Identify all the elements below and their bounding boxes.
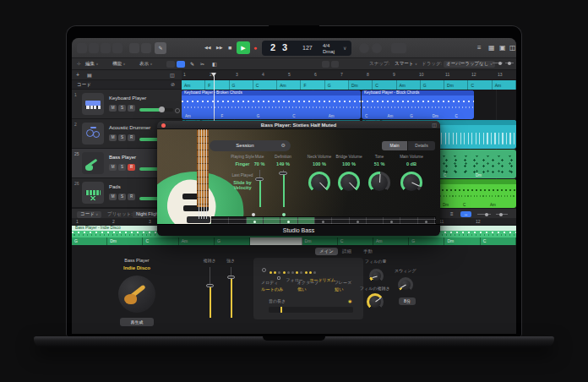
solo-icon[interactable] <box>359 43 369 53</box>
menu-functions[interactable]: 機能 ∨ <box>112 62 125 67</box>
zoom-slider-v[interactable] <box>505 63 514 63</box>
drag-menu[interactable]: オーバーラップなし ∨ <box>444 61 495 68</box>
smart-controls-icon[interactable] <box>129 43 139 53</box>
record-enable-button[interactable]: R <box>128 194 135 200</box>
region-broken-chords[interactable]: Keyboard Player - Broken Chords AmFGCAm <box>182 90 361 119</box>
pointer-tool-icon[interactable] <box>322 61 329 68</box>
fill-complexity-knob[interactable] <box>367 293 384 310</box>
preset-selector[interactable]: Session ⚙ <box>210 140 291 151</box>
chord-track-header[interactable]: コード ⊘ <box>72 80 182 90</box>
definition-handle[interactable] <box>279 172 287 175</box>
solo-button[interactable]: S <box>118 134 126 141</box>
bridge-volume-knob[interactable] <box>338 172 360 194</box>
play-button[interactable]: ▶ <box>237 41 250 54</box>
zoom-slider-h[interactable] <box>493 63 503 63</box>
regenerate-button[interactable]: 再生成 <box>120 318 154 326</box>
fill-amount-knob[interactable] <box>369 269 384 283</box>
bass-player-track-icon <box>82 152 104 174</box>
mute-button[interactable]: M <box>109 194 117 200</box>
browser-icon[interactable]: ▣ <box>499 45 506 52</box>
tone-knob[interactable] <box>368 172 390 194</box>
fretboard-display[interactable] <box>211 216 436 224</box>
bass-player-plugin-window[interactable]: Bass Player: Sixties Half Muted ◫ Sessio… <box>157 121 440 236</box>
forward-button[interactable]: ▶▶ <box>216 46 223 50</box>
pan-knob[interactable] <box>175 108 180 113</box>
editor-chord-lane[interactable]: G Dm C Am G Dm C Am G Dm C <box>72 237 516 245</box>
track-filter-icon[interactable]: ▤ <box>87 73 92 78</box>
lcd-chevron-icon[interactable]: ∨ <box>343 46 346 51</box>
player-style[interactable]: Indie Disco <box>123 265 150 270</box>
master-level-icon[interactable] <box>391 43 406 53</box>
toolbar-toggle-icon[interactable] <box>112 43 122 53</box>
link-mode-icon[interactable]: ↔ <box>460 211 471 217</box>
view-main-button[interactable]: Main <box>382 141 407 150</box>
swing-knob[interactable] <box>398 277 413 292</box>
rewind-button[interactable]: ◀◀ <box>204 46 211 50</box>
scissors-tool-icon[interactable]: ✂ <box>200 62 204 67</box>
plugin-titlebar[interactable]: Bass Player: Sixties Half Muted ◫ <box>157 121 440 129</box>
pads-track-icon <box>82 182 104 204</box>
marquee-tool-icon[interactable]: ◧ <box>212 62 217 67</box>
mute-handle[interactable] <box>255 177 264 181</box>
apple-loops-icon[interactable]: ▦ <box>488 45 495 52</box>
list-editors-icon[interactable]: ≡ <box>477 45 482 52</box>
track-row-keyboard-player[interactable]: 1 Keyboard Player M S R <box>72 90 182 119</box>
intensity-handle[interactable] <box>227 276 235 279</box>
grid-view-icon[interactable] <box>177 61 185 68</box>
region-block-chords[interactable]: Keyboard Player - Block Chords CAmGDmC <box>362 90 474 119</box>
record-enable-button[interactable]: R <box>128 164 135 171</box>
view-details-button[interactable]: Details <box>408 141 435 150</box>
catch-playhead-icon[interactable]: ≡ <box>450 211 454 216</box>
menu-view[interactable]: 表示 ∨ <box>139 62 152 67</box>
menu-edit[interactable]: 編集 ∨ <box>85 62 98 67</box>
region-chords: CAmGDmC <box>362 114 474 119</box>
solo-button[interactable]: S <box>118 194 126 200</box>
mute-button[interactable]: M <box>109 134 117 141</box>
neck-volume-knob[interactable] <box>308 172 330 194</box>
library-icon[interactable] <box>77 43 87 53</box>
bar-ruler[interactable]: 1 2 3 4 5 6 7 8 9 10 11 12 13 <box>182 70 516 80</box>
melody-label: メロディ <box>261 281 278 285</box>
add-track-button[interactable]: + <box>76 72 79 78</box>
tab-main[interactable]: メイン <box>315 248 338 255</box>
main-volume-knob[interactable] <box>400 172 422 194</box>
complexity-handle[interactable] <box>206 284 214 287</box>
tuner-icon[interactable] <box>372 43 382 53</box>
record-enable-button[interactable]: R <box>128 134 135 141</box>
link-icon[interactable]: ◫ <box>432 123 437 128</box>
tab-manual[interactable]: 手動 <box>363 249 373 254</box>
mute-button[interactable]: M <box>109 164 117 171</box>
pencil-tool-icon[interactable]: ✎ <box>190 62 194 67</box>
editors-pencil-icon[interactable]: ✎ <box>155 42 166 54</box>
laptop-base-notch <box>263 336 325 341</box>
mute-button[interactable]: M <box>109 105 117 112</box>
note-length-slider[interactable] <box>269 307 353 313</box>
solo-button[interactable]: S <box>118 164 126 171</box>
swing-unit-button[interactable]: 8分 <box>399 297 416 305</box>
record-enable-button[interactable]: R <box>128 105 135 112</box>
header-options-icon[interactable]: ◫ <box>170 73 175 78</box>
snap-label: スナップ: <box>369 62 389 67</box>
lcd-display[interactable]: 2 3 127 4/4 Dmaj ∨ <box>262 41 351 56</box>
tab-details[interactable]: 詳細 <box>342 249 351 254</box>
record-button[interactable]: ● <box>253 45 257 51</box>
octave-menu[interactable]: 低い <box>297 287 307 292</box>
chord-track[interactable]: Am F G C Am F G Dm C Am G Dm C Am <box>182 80 516 90</box>
solo-button[interactable]: S <box>118 105 126 112</box>
stop-button[interactable]: ■ <box>228 45 231 51</box>
editor-zoom-slider[interactable] <box>477 214 491 215</box>
chord-track-power-icon[interactable]: ⊘ <box>171 82 175 87</box>
inspector-icon[interactable] <box>89 43 99 53</box>
add-tool-icon[interactable] <box>331 61 339 68</box>
mixer-icon[interactable] <box>141 43 151 53</box>
region-view-icon[interactable] <box>166 61 175 68</box>
gear-icon[interactable]: ⚙ <box>281 143 286 148</box>
quick-help-icon[interactable] <box>101 43 111 53</box>
editor-zoom-slider-2[interactable] <box>496 214 508 215</box>
track-volume-slider[interactable] <box>139 108 173 112</box>
editor-chord-menu[interactable]: コード ∨ <box>77 211 101 218</box>
melody-menu[interactable]: ルートのみ <box>261 287 283 292</box>
snap-menu[interactable]: スマート ∨ <box>395 62 417 67</box>
phrase-menu[interactable]: 短い <box>335 287 344 292</box>
share-icon[interactable]: ◫ <box>509 45 516 52</box>
